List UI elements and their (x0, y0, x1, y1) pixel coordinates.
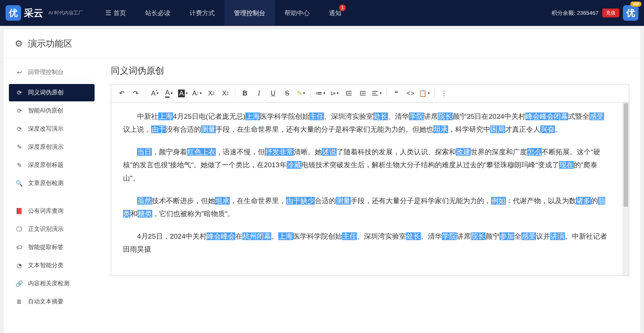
code-button[interactable]: <> (404, 87, 417, 100)
paragraph: 当日，颜宁身着红色上衣，语速不慢，但抒发非常清晰。她述说了随着科技的发展，人类认… (123, 145, 611, 184)
highlighted-word: 糖类 (137, 210, 152, 218)
underline-button[interactable]: U (266, 87, 280, 100)
highlighted-word: 兴奋 (540, 125, 555, 133)
nav-label: 帮助中心 (284, 9, 310, 17)
sidebar-item[interactable]: 🔗内容相关度检测 (9, 275, 95, 292)
highlighted-word: 述说 (322, 148, 337, 156)
sidebar-item[interactable]: ✎深度原创标题 (9, 157, 95, 174)
page-header: ⚙ 演示功能区 (4, 30, 640, 58)
font-color-button[interactable]: A▼ (163, 87, 176, 100)
highlighted-word: 上海 (158, 112, 173, 120)
scrollbar-thumb[interactable] (624, 103, 628, 207)
logo-text: 采云 (24, 7, 43, 20)
highlighted-word: 由于 (151, 125, 166, 133)
highlighted-word: 杭州闭幕 (242, 232, 271, 240)
sidebar-label: 同义词伪原创 (28, 89, 64, 97)
doc-icon: 🗎 (16, 299, 23, 305)
italic-button[interactable]: I (252, 87, 266, 100)
bold-button[interactable]: B (238, 87, 252, 100)
toolbar-separator (145, 88, 146, 98)
highlighted-word: 感受 (521, 232, 536, 240)
rich-text-editor: ↶ ↷ A×▼ A▼ A▼ A↕▼ X2 X2 B I U S ✎▼ ≔▼ (111, 84, 629, 276)
nav-item-5[interactable]: 通知1 (319, 0, 351, 26)
nav-item-4[interactable]: 帮助中心 (275, 0, 319, 26)
user-avatar[interactable]: VIP 优 (623, 5, 638, 21)
nav-item-3[interactable]: 管理控制台 (224, 0, 275, 26)
sidebar-label: 内容相关度检测 (28, 280, 69, 287)
highlighted-word: 上海 (245, 112, 260, 120)
more-button[interactable]: ⋮ (437, 87, 451, 100)
highlighted-word: 坦承 (215, 197, 230, 205)
nav-label: 站长必读 (145, 9, 170, 17)
nav-label: 首页 (113, 9, 126, 17)
top-nav: ☰首页站长必读计费方式管理控制台帮助中心通知1 (96, 0, 351, 26)
align-button[interactable]: ▼ (370, 87, 384, 100)
quote-button[interactable]: “ (390, 87, 403, 100)
sidebar-item[interactable]: 🖵正文识别演示 (9, 221, 95, 238)
sidebar-item[interactable]: 📕公有词库查询 (9, 202, 95, 220)
sidebar-item[interactable]: ⟳深度改写演示 (9, 120, 95, 138)
sidebar-item[interactable]: 🗎自动文本摘要 (9, 293, 95, 310)
highlighted-word: 由于缺少 (286, 197, 315, 205)
bullet-list-button[interactable]: ≔▼ (314, 87, 327, 100)
sidebar-label: 公有词库查询 (28, 207, 64, 215)
highlighted-word: 当日 (137, 148, 152, 156)
notification-badge: 1 (339, 4, 346, 11)
subscript-button[interactable]: X2 (205, 87, 218, 100)
highlighted-word: 怎么 (527, 148, 542, 156)
sync-icon: ⟳ (16, 89, 23, 96)
nav-label: 管理控制台 (234, 9, 265, 17)
topbar: 优 采云 AI 时代内容工厂 ☰首页站长必读计费方式管理控制台帮助中心通知1 积… (0, 0, 644, 26)
sidebar-label: 深度原创标题 (28, 161, 64, 169)
highlight-button[interactable]: ✎▼ (294, 87, 308, 100)
sidebar-item[interactable]: ⟳智能AI伪原创 (9, 102, 95, 120)
editor-toolbar: ↶ ↷ A×▼ A▼ A▼ A↕▼ X2 X2 B I U S ✎▼ ≔▼ (111, 84, 629, 102)
editor-content[interactable]: 中新社上海4月25日电(记者庞无忌)上海医学科学院创始主任、深圳湾实验室处长、清… (111, 102, 623, 276)
logo-icon: 优 (6, 5, 21, 21)
sidebar-label: 深度改写演示 (28, 125, 64, 133)
ordered-list-button[interactable]: 1≡▼ (328, 87, 341, 100)
sidebar-item[interactable]: ◔文本智能分类 (9, 257, 95, 274)
points-balance: 积分余额: 2365467 (552, 10, 599, 17)
highlighted-word: 诸多 (576, 197, 591, 205)
sidebar-label: 深度原创演示 (28, 143, 64, 151)
indent-button[interactable] (356, 87, 369, 100)
outdent-button[interactable] (342, 87, 355, 100)
sidebar-label: 文本智能分类 (28, 262, 64, 269)
redo-button[interactable]: ↷ (129, 87, 142, 100)
main-title: 同义词伪原创 (111, 65, 629, 77)
logo[interactable]: 优 采云 AI 时代内容工厂 (6, 5, 83, 21)
highlighted-word: 测量 (201, 125, 216, 133)
home-icon: ☰ (105, 9, 111, 17)
nav-item-2[interactable]: 计费方式 (180, 0, 224, 26)
sidebar-item[interactable]: 🔍文章原创检测 (9, 175, 95, 192)
sidebar-item[interactable]: 🏷智能提取标签 (9, 239, 95, 256)
nav-label: 计费方式 (190, 9, 215, 17)
highlighted-word: 测量 (336, 197, 351, 205)
undo-button[interactable]: ↶ (115, 87, 128, 100)
highlighted-word: 院长 (471, 232, 485, 240)
nav-item-0[interactable]: ☰首页 (96, 0, 136, 26)
toolbar-separator (386, 88, 387, 98)
font-size-button[interactable]: A↕▼ (191, 87, 204, 100)
clear-format-button[interactable]: A×▼ (149, 87, 162, 100)
sidebar-item[interactable]: ✎深度原创演示 (9, 138, 95, 156)
highlighted-word: 主任 (342, 232, 357, 240)
paste-button[interactable]: 📋▼ (418, 87, 431, 100)
back-icon: ↩ (16, 69, 23, 76)
bg-color-button[interactable]: A▼ (177, 87, 190, 100)
scrollbar[interactable] (623, 102, 629, 276)
sidebar-item[interactable]: ⟳同义词伪原创 (9, 84, 95, 101)
nav-item-1[interactable]: 站长必读 (136, 0, 180, 26)
highlighted-word: 现在 (559, 161, 574, 169)
recharge-button[interactable]: 充值 (602, 9, 619, 17)
strikethrough-button[interactable]: S (280, 87, 294, 100)
edit-icon: ✎ (16, 144, 23, 151)
page-container: ⚙ 演示功能区 ↩ 回管理控制台 ⟳同义词伪原创⟳智能AI伪原创⟳深度改写演示✎… (4, 30, 640, 333)
highlighted-word: 坦承 (433, 125, 448, 133)
sync-icon: ⟳ (16, 125, 23, 132)
superscript-button[interactable]: X2 (219, 87, 232, 100)
back-to-console[interactable]: ↩ 回管理控制台 (9, 65, 95, 80)
sidebar-label: 正文识别演示 (28, 225, 64, 233)
toolbar-separator (434, 88, 435, 98)
